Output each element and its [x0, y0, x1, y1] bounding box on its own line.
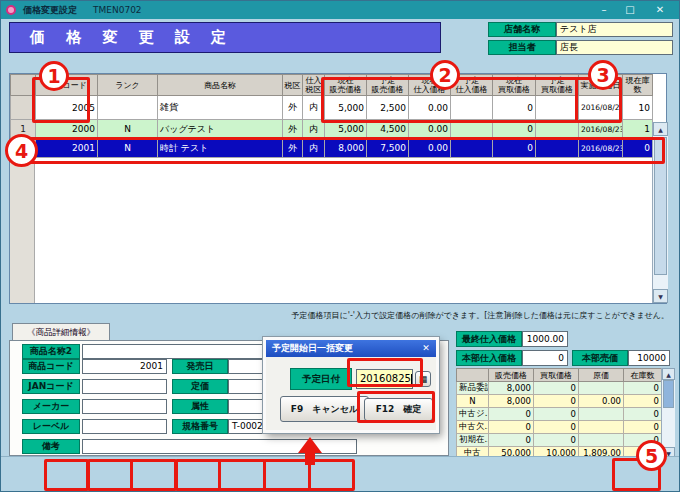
scroll-up-icon[interactable]: ▲: [653, 122, 668, 136]
label-label: レーベル: [22, 419, 80, 434]
entry-stock[interactable]: 10: [623, 96, 653, 120]
rank-corner-cell: [457, 369, 489, 382]
col-header-tax: 税区: [283, 75, 303, 96]
col-header-rank: ランク: [98, 75, 158, 96]
tab-item-details[interactable]: 《商品詳細情報》: [12, 323, 110, 340]
page-title: 価 格 変 更 設 定: [9, 22, 441, 53]
entry-tax[interactable]: 外: [283, 96, 303, 120]
pt-header-cost: 原価: [579, 369, 624, 382]
scrollbar-thumb[interactable]: [663, 380, 674, 408]
item-code-label: 商品コード: [22, 359, 80, 374]
close-icon[interactable]: ✕: [649, 1, 671, 19]
scroll-up-icon[interactable]: ▲: [662, 368, 675, 380]
annotation-circle-1: 1: [39, 61, 69, 91]
list-price-label: 定価: [172, 379, 228, 394]
app-icon: [6, 5, 16, 15]
annotation-rect-confirm-button: [357, 391, 435, 423]
maximize-icon[interactable]: □: [619, 1, 641, 19]
store-name-value: テスト店: [556, 22, 673, 37]
maker-field[interactable]: [82, 399, 167, 414]
col-header-item-name: 商品名称: [158, 75, 283, 96]
standard-no-label: 規格番号: [172, 419, 228, 434]
item-name2-label: 商品名称2: [22, 344, 80, 359]
pt-row-label: N: [457, 395, 489, 408]
rank-price-table: 販売価格 買取価格 原価 在庫数 新品委託 8,000 0 0 N 8,000 …: [456, 368, 662, 460]
scroll-down-icon[interactable]: ▼: [653, 289, 668, 303]
pt-row-label: 中古ジ..: [457, 408, 489, 421]
annotation-rect-f6: [218, 459, 266, 491]
row-header-strip: [10, 163, 35, 303]
pt-row-label: 中古欠..: [457, 421, 489, 434]
item-code-field[interactable]: 2001: [82, 359, 167, 374]
release-date-label: 発売日: [172, 359, 228, 374]
remarks-label: 備考: [22, 439, 80, 454]
minimize-icon[interactable]: –: [593, 1, 615, 19]
annotation-rect-f4: [130, 459, 177, 491]
attribute-label: 属性: [172, 399, 228, 414]
annotation-circle-4: 4: [5, 134, 38, 167]
table-row: N 8,000 0 0.00 0: [457, 395, 662, 408]
dialog-title: 予定開始日一括変更: [266, 340, 436, 357]
dialog-close-icon[interactable]: ✕: [419, 342, 433, 355]
cancel-button[interactable]: F9 キャンセル: [280, 396, 369, 422]
planned-date-label: 予定日付: [290, 368, 352, 390]
entry-rank[interactable]: [98, 96, 158, 120]
annotation-rect-f3: [87, 459, 133, 491]
final-purchase-price-label: 最終仕入価格: [456, 331, 522, 347]
pt-row-label: 新品委託: [457, 382, 489, 395]
table-row: 初期在.. 0 0 0: [457, 434, 662, 447]
label-field[interactable]: [82, 419, 167, 434]
jan-code-label: JANコード: [22, 379, 80, 394]
annotation-circle-5: 5: [636, 440, 667, 471]
annotation-rect-f2: [44, 459, 89, 491]
pt-row-label: 初期在..: [457, 434, 489, 447]
annotation-circle-2: 2: [430, 60, 460, 90]
annotation-rect-f7: [263, 459, 311, 491]
col-header-stock: 現在庫数: [623, 75, 653, 96]
pt-header-buyback: 買取価格: [534, 369, 579, 382]
table-row: 中古ジ.. 0 0 0: [457, 408, 662, 421]
annotation-circle-3: 3: [588, 60, 618, 90]
window-title: 価格変更設定: [23, 1, 77, 19]
jan-code-field[interactable]: [82, 379, 167, 394]
annotation-rect-selected-row: [28, 137, 665, 164]
annotation-rect-f5: [175, 459, 221, 491]
app-window: 価格変更設定 TMEN0702 – □ ✕ 価 格 変 更 設 定 店舗名称 テ…: [0, 0, 680, 492]
hq-purchase-price-value: 0: [522, 350, 568, 366]
annotation-rect-date-input: [347, 358, 423, 387]
rank-price-header-row: 販売価格 買取価格 原価 在庫数: [457, 369, 662, 382]
entry-item-name[interactable]: 雑貨: [158, 96, 283, 120]
hq-purchase-price-label: 本部仕入価格: [456, 350, 522, 366]
pt-header-sale: 販売価格: [489, 369, 534, 382]
hq-sale-price-label: 本部売価: [572, 350, 628, 366]
pt-header-stock: 在庫数: [624, 369, 662, 382]
hint-text: 予定価格項目に'-'入力で設定価格の削除ができます。[注意]削除した価格は元に戻…: [161, 310, 669, 321]
table-row: 新品委託 8,000 0 0: [457, 382, 662, 395]
table-row: 中古欠.. 0 0 0: [457, 421, 662, 434]
hq-sale-price-value: 10000: [628, 350, 670, 366]
title-bar: 価格変更設定 TMEN0702 – □ ✕: [1, 1, 680, 19]
staff-label: 担当者: [488, 40, 556, 55]
annotation-rect-f8: [308, 459, 355, 491]
final-purchase-price-value: 1000.00: [522, 331, 568, 347]
store-name-label: 店舗名称: [488, 22, 556, 37]
screen-id: TMEN0702: [93, 1, 142, 19]
maker-label: メーカー: [22, 399, 80, 414]
staff-value: 店長: [556, 40, 673, 55]
annotation-arrow-head: [298, 437, 322, 453]
